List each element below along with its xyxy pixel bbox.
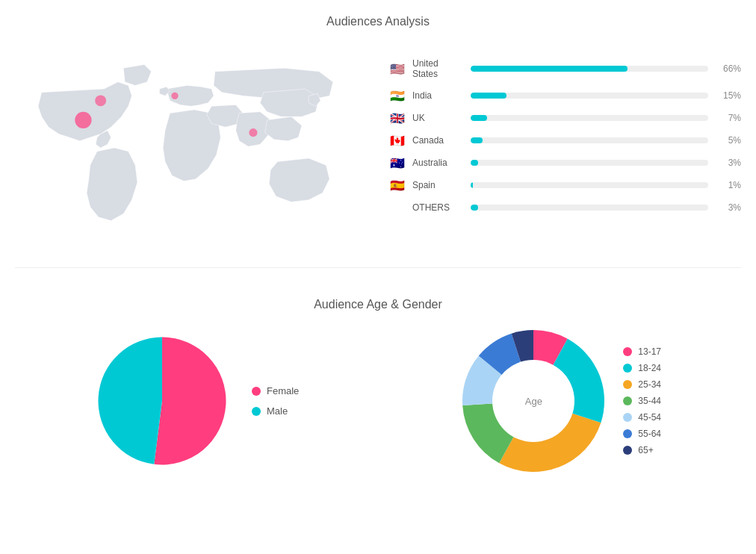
female-dot — [252, 387, 261, 396]
country-bar-row: 🇬🇧UK7% — [388, 112, 741, 124]
world-map-container — [15, 51, 374, 245]
age-legend-item: 35-44 — [623, 396, 661, 406]
age-range-label: 18-24 — [638, 363, 661, 373]
bar-track — [471, 182, 708, 188]
age-range-label: 65+ — [638, 445, 653, 455]
age-dot — [623, 364, 632, 373]
country-bar-row: OTHERS3% — [388, 202, 741, 214]
age-chart-wrap: Age 13-1718-2425-3435-4445-5455-6465+ — [459, 326, 661, 476]
bar-fill — [471, 137, 483, 143]
bar-pct: 5% — [714, 135, 741, 146]
bar-fill — [471, 182, 473, 188]
flag-icon: 🇨🇦 — [388, 134, 406, 146]
donut-center-label: Age — [525, 396, 542, 407]
male-dot — [252, 407, 261, 416]
bar-track — [471, 66, 708, 72]
age-dot — [623, 429, 632, 438]
age-dot — [623, 347, 632, 356]
country-name: Canada — [412, 135, 465, 146]
age-dot — [623, 380, 632, 389]
country-name: Australia — [412, 158, 465, 168]
bar-pct: 66% — [714, 63, 741, 74]
age-legend-item: 65+ — [623, 445, 661, 455]
bar-fill — [471, 66, 628, 72]
charts-row: Female Male Age 13-1718-2425-3435-4445-5… — [15, 326, 741, 476]
age-range-label: 45-54 — [638, 412, 661, 423]
age-gender-section: Audience Age & Gender Female Male — [15, 290, 741, 483]
map-pin-india — [249, 128, 257, 137]
age-range-label: 13-17 — [638, 346, 661, 357]
legend-female: Female — [252, 385, 299, 396]
map-pin-canada — [95, 95, 106, 106]
map-pin-usa — [75, 112, 91, 128]
flag-icon: 🇮🇳 — [388, 90, 406, 102]
country-bar-row: 🇦🇺Australia3% — [388, 157, 741, 169]
age-legend-item: 25-34 — [623, 379, 661, 390]
bar-pct: 15% — [714, 90, 741, 101]
country-bar-row: 🇮🇳India15% — [388, 90, 741, 102]
bar-fill — [471, 160, 478, 166]
flag-icon: 🇺🇸 — [388, 63, 406, 75]
age-dot — [623, 413, 632, 422]
gender-pie-chart — [95, 334, 229, 468]
country-name: India — [412, 90, 465, 101]
flag-icon — [388, 202, 406, 214]
age-gender-title: Audience Age & Gender — [15, 298, 741, 311]
age-range-label: 35-44 — [638, 396, 661, 406]
bar-track — [471, 115, 708, 121]
gender-legend: Female Male — [252, 385, 299, 417]
age-legend-item: 18-24 — [623, 363, 661, 373]
age-legend-item: 55-64 — [623, 429, 661, 439]
bar-fill — [471, 93, 506, 99]
audiences-section: 🇺🇸United States66%🇮🇳India15%🇬🇧UK7%🇨🇦Cana… — [15, 43, 741, 260]
country-name: UK — [412, 113, 465, 123]
age-range-label: 25-34 — [638, 379, 661, 390]
male-label: Male — [267, 405, 288, 417]
flag-icon: 🇪🇸 — [388, 179, 406, 191]
bar-track — [471, 137, 708, 143]
gender-chart-wrap: Female Male — [95, 334, 299, 468]
bar-track — [471, 93, 708, 99]
flag-icon: 🇬🇧 — [388, 112, 406, 124]
country-bar-row: 🇺🇸United States66% — [388, 58, 741, 79]
country-name: United States — [412, 58, 465, 79]
country-bar-row: 🇨🇦Canada5% — [388, 134, 741, 146]
age-legend: 13-1718-2425-3435-4445-5455-6465+ — [623, 346, 661, 455]
bar-fill — [471, 205, 478, 211]
bar-fill — [471, 115, 487, 121]
age-legend-item: 13-17 — [623, 346, 661, 357]
country-bar-row: 🇪🇸Spain1% — [388, 179, 741, 191]
map-pin-uk — [171, 93, 178, 99]
age-dot — [623, 446, 632, 455]
bar-pct: 3% — [714, 158, 741, 168]
age-range-label: 55-64 — [638, 429, 661, 439]
bar-pct: 1% — [714, 180, 741, 190]
world-map-svg — [15, 51, 374, 245]
country-name: Spain — [412, 180, 465, 190]
donut-wrapper: Age — [459, 326, 608, 476]
female-label: Female — [267, 385, 299, 396]
age-dot — [623, 396, 632, 405]
age-legend-item: 45-54 — [623, 412, 661, 423]
bar-track — [471, 160, 708, 166]
country-bar-list: 🇺🇸United States66%🇮🇳India15%🇬🇧UK7%🇨🇦Cana… — [388, 51, 741, 224]
audiences-title: Audiences Analysis — [15, 15, 741, 28]
legend-male: Male — [252, 405, 299, 417]
bar-pct: 3% — [714, 202, 741, 213]
bar-pct: 7% — [714, 113, 741, 123]
bar-track — [471, 205, 708, 211]
country-name: OTHERS — [412, 202, 465, 213]
flag-icon: 🇦🇺 — [388, 157, 406, 169]
section-divider — [15, 267, 741, 268]
